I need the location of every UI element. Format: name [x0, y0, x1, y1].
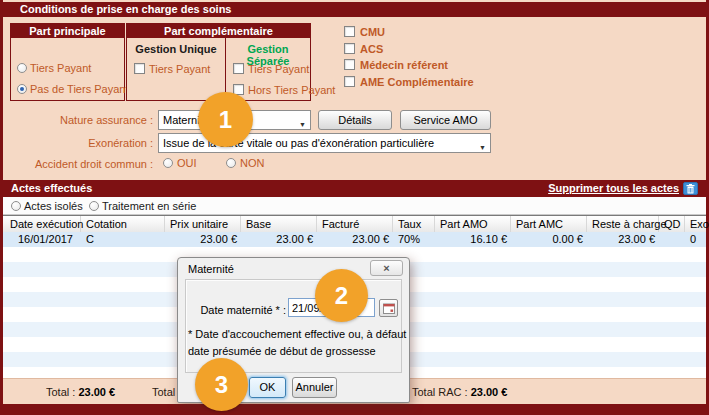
column-header[interactable]: QD	[659, 216, 685, 233]
callout-1: 1	[198, 92, 253, 147]
checkbox-gu-tiers-payant-label[interactable]: Tiers Payant	[149, 63, 210, 75]
radio-tiers-payant-label[interactable]: Tiers Payant	[30, 62, 91, 74]
ok-button[interactable]: OK	[249, 377, 286, 398]
nature-assurance-label: Nature assurance :	[8, 114, 153, 126]
gestion-unique-title: Gestion Unique	[127, 43, 225, 55]
column-header[interactable]: Taux	[393, 216, 435, 233]
chevron-down-icon: ▼	[479, 139, 486, 157]
radio-pas-de-tiers-payant-label[interactable]: Pas de Tiers Payant	[30, 83, 128, 95]
dialog-note-line1: * Date d'accouchement effective ou, à dé…	[188, 328, 406, 340]
part-principale-header: Part principale	[11, 24, 124, 38]
cell-taux: 70%	[393, 232, 435, 247]
cancel-button[interactable]: Annuler	[292, 377, 337, 398]
care-conditions-window: Conditions de prise en charge des soins …	[0, 0, 709, 415]
total-value: 23.00 €	[78, 386, 115, 398]
part-complementaire-panel: Part complémentaire Gestion Unique Gesti…	[126, 23, 311, 101]
checkbox-cmu[interactable]	[344, 26, 355, 37]
radio-actes-isoles[interactable]	[11, 201, 21, 211]
cell-part-amc: 0.00 €	[511, 232, 587, 247]
total-rac: Total RAC : 23.00 €	[412, 386, 507, 398]
dialog-title: Maternité	[188, 263, 234, 275]
checkbox-gs-tiers-payant-label[interactable]: Tiers Payant	[248, 63, 309, 75]
checkbox-ame-complementaire-label[interactable]: AME Complémentaire	[360, 76, 474, 88]
dialog-note-line2: date présumée de début de grossesse	[188, 345, 376, 357]
total-amo-partial: Total	[152, 386, 175, 398]
callout-2: 2	[315, 269, 368, 322]
trash-icon	[686, 184, 695, 194]
acts-mode-strip: Actes isolés Traitement en série	[3, 197, 706, 215]
section-title-conditions: Conditions de prise en charge des soins	[3, 2, 706, 17]
exoneration-label: Exonération :	[8, 137, 153, 149]
column-header[interactable]: Prix unitaire	[165, 216, 241, 233]
table-row[interactable]: 16/01/2017 C 23.00 € 23.00 € 23.00 € 70%…	[3, 232, 706, 247]
checkbox-medecin-referent[interactable]	[344, 59, 355, 70]
cell-cotation: C	[81, 232, 165, 247]
radio-accident-non[interactable]	[226, 158, 236, 168]
total-rac-label: Total RAC :	[412, 386, 468, 398]
actes-effectues-title: Actes effectués	[11, 182, 92, 194]
cell-part-amo: 16.10 €	[435, 232, 511, 247]
part-complementaire-header: Part complémentaire	[127, 24, 310, 38]
column-header[interactable]: Cotation	[81, 216, 165, 233]
radio-accident-non-label[interactable]: NON	[240, 157, 264, 169]
acts-table-header: Date exécution Cotation Prix unitaire Ba…	[3, 215, 706, 232]
radio-actes-isoles-label[interactable]: Actes isolés	[24, 200, 83, 212]
footer-bar	[0, 404, 709, 415]
cell-qd	[659, 232, 685, 247]
column-header[interactable]: Part AMC	[511, 216, 587, 233]
actes-effectues-bar: Actes effectués Supprimer tous les actes	[3, 180, 706, 197]
checkbox-gs-hors-tiers-payant-label[interactable]: Hors Tiers Payant	[248, 84, 335, 96]
calendar-button[interactable]	[379, 299, 398, 317]
exoneration-value: Issue de la carte vitale ou pas d'éxonér…	[163, 137, 434, 149]
cell-exo: 0	[685, 232, 706, 247]
column-header[interactable]: Facturé	[317, 216, 393, 233]
cell-base: 23.00 €	[241, 232, 317, 247]
checkbox-medecin-referent-label[interactable]: Médecin référent	[360, 59, 448, 71]
column-header[interactable]: Date exécution	[5, 216, 81, 233]
accident-droit-commun-label: Accident droit commun :	[8, 158, 153, 170]
date-maternite-label: Date maternité * :	[193, 304, 286, 316]
radio-pas-de-tiers-payant[interactable]	[17, 84, 27, 94]
cell-prix-unitaire: 23.00 €	[165, 232, 241, 247]
chevron-down-icon: ▼	[299, 116, 306, 134]
callout-3: 3	[195, 358, 248, 411]
total-label: Total :	[46, 386, 75, 398]
radio-accident-oui[interactable]	[163, 158, 173, 168]
delete-all-acts-link[interactable]: Supprimer tous les actes	[548, 182, 679, 194]
checkbox-acs-label[interactable]: ACS	[360, 43, 383, 55]
cell-date-execution: 16/01/2017	[5, 232, 81, 247]
radio-accident-oui-label[interactable]: OUI	[177, 157, 197, 169]
checkbox-cmu-label[interactable]: CMU	[360, 26, 385, 38]
calendar-icon	[383, 303, 395, 314]
close-icon[interactable]: ×	[370, 260, 403, 276]
checkbox-gs-tiers-payant[interactable]	[233, 63, 244, 74]
total-label-value: Total : 23.00 €	[46, 386, 115, 398]
column-header[interactable]: Part AMO	[435, 216, 511, 233]
column-header[interactable]: Exo	[685, 216, 706, 233]
checkbox-ame-complementaire[interactable]	[344, 76, 355, 87]
column-header[interactable]: Reste à charge	[587, 216, 659, 233]
radio-traitement-serie[interactable]	[89, 201, 99, 211]
cell-facture: 23.00 €	[317, 232, 393, 247]
part-principale-panel: Part principale Tiers Payant Pas de Tier…	[10, 23, 125, 101]
radio-tiers-payant[interactable]	[17, 63, 27, 73]
details-button[interactable]: Détails	[318, 110, 392, 130]
trash-button[interactable]	[683, 182, 698, 195]
total-rac-value: 23.00 €	[471, 386, 508, 398]
service-amo-button[interactable]: Service AMO	[400, 110, 491, 130]
checkbox-gu-tiers-payant[interactable]	[134, 63, 145, 74]
radio-traitement-serie-label[interactable]: Traitement en série	[102, 200, 196, 212]
cell-reste-a-charge: 23.00 €	[587, 232, 659, 247]
column-header[interactable]: Base	[241, 216, 317, 233]
checkbox-acs[interactable]	[344, 43, 355, 54]
